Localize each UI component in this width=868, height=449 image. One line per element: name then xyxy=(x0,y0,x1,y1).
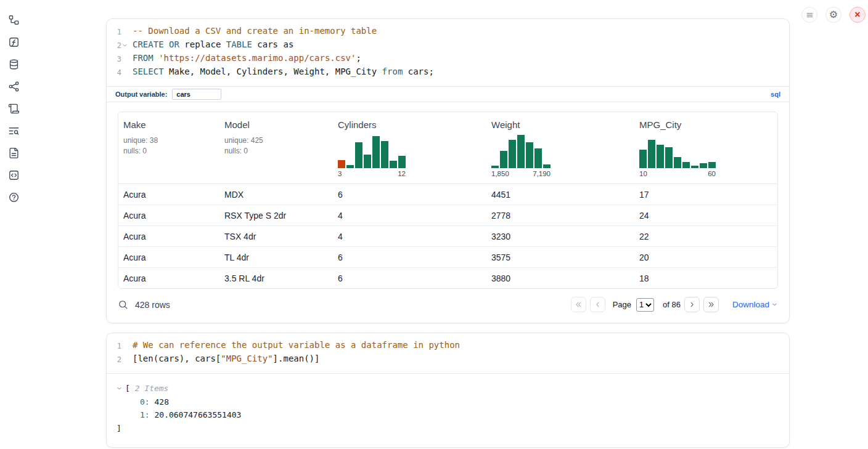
column-header[interactable]: Modelunique: 425nulls: 0 xyxy=(219,112,333,184)
tree-output: [ 2 Items0: 4281: 20.060747663551403] xyxy=(107,373,789,447)
fold-toggle-icon xyxy=(121,339,128,352)
download-button[interactable]: Download xyxy=(732,300,778,309)
table-cell: 18 xyxy=(634,268,777,288)
code-line-text: # We can reference the output variable a… xyxy=(128,339,460,352)
tree-line: 1: 20.060747663551403 xyxy=(117,408,779,422)
page-select[interactable]: 1 xyxy=(636,298,654,312)
code-line-text: [len(cars), cars["MPG_City"].mean()] xyxy=(128,352,319,366)
histogram-axis: 312 xyxy=(338,170,406,177)
column-name: MPG_City xyxy=(639,119,771,130)
histogram-bar xyxy=(346,165,354,168)
fold-toggle-icon[interactable] xyxy=(121,38,128,52)
file-tree-icon[interactable] xyxy=(7,13,20,26)
function-icon[interactable] xyxy=(7,35,20,49)
column-header[interactable]: Makeunique: 38nulls: 0 xyxy=(118,112,219,184)
histogram-bar xyxy=(491,166,499,168)
table-cell: 3575 xyxy=(486,247,634,267)
table-row: Acura3.5 RL 4dr6388018 xyxy=(118,268,777,288)
logs-icon[interactable] xyxy=(7,124,20,137)
table-cell: 3230 xyxy=(486,226,634,246)
settings-gear-icon[interactable]: ⚙ xyxy=(825,7,841,23)
column-header[interactable]: MPG_City1060 xyxy=(634,112,777,184)
column-stats: unique: 38nulls: 0 xyxy=(123,136,213,156)
table-row: AcuraMDX6445117 xyxy=(118,184,777,205)
page-total: of 86 xyxy=(663,300,681,309)
data-table: Makeunique: 38nulls: 0Modelunique: 425nu… xyxy=(118,111,778,289)
column-histogram: 312 xyxy=(338,136,406,177)
histogram-bar xyxy=(657,145,664,168)
histogram-bar xyxy=(398,156,406,168)
histogram-bar xyxy=(390,161,397,168)
histogram-bar xyxy=(509,140,516,168)
table-row: AcuraRSX Type S 2dr4277824 xyxy=(118,205,777,226)
sql-cell: 1-- Download a CSV and create an in-memo… xyxy=(106,18,790,323)
menu-icon[interactable] xyxy=(801,7,817,23)
table-cell: 24 xyxy=(634,205,777,225)
tree-line: 0: 428 xyxy=(117,395,779,409)
table-row: AcuraTL 4dr6357520 xyxy=(118,247,777,268)
sidebar xyxy=(0,0,27,449)
table-cell: 20 xyxy=(634,247,777,267)
fold-toggle-icon xyxy=(121,52,128,65)
table-cell: 17 xyxy=(634,184,777,204)
histogram-bar xyxy=(665,147,673,168)
table-cell: Acura xyxy=(118,184,219,204)
column-header[interactable]: Cylinders312 xyxy=(333,112,486,184)
collapse-toggle-icon[interactable] xyxy=(117,386,125,391)
topbar: ⚙ × xyxy=(801,7,866,23)
histogram-axis: 1060 xyxy=(639,170,716,177)
python-cell: 1# We can reference the output variable … xyxy=(106,333,790,448)
column-header[interactable]: Weight1,8507,190 xyxy=(486,112,634,184)
table-cell: 4 xyxy=(333,226,486,246)
documentation-icon[interactable] xyxy=(7,146,20,160)
column-name: Cylinders xyxy=(338,119,480,130)
code-line-text: SELECT Make, Model, Cylinders, Weight, M… xyxy=(128,65,434,79)
histogram-bar xyxy=(639,150,647,168)
histogram-bar xyxy=(674,157,681,168)
database-icon[interactable] xyxy=(7,57,20,71)
chevron-right-icon xyxy=(688,301,696,309)
table-row: AcuraTSX 4dr4323022 xyxy=(118,226,777,247)
code-line-text: CREATE OR replace TABLE cars as xyxy=(128,38,293,52)
table-cell: TSX 4dr xyxy=(219,226,333,246)
column-name: Weight xyxy=(491,119,628,130)
histogram-axis: 1,8507,190 xyxy=(491,170,551,177)
first-page-button[interactable] xyxy=(571,297,586,312)
chevron-down-icon xyxy=(771,301,778,308)
double-chevron-right-icon xyxy=(707,301,715,309)
histogram-bar xyxy=(338,160,345,168)
histogram-bar xyxy=(381,141,388,168)
tree-line: ] xyxy=(117,422,779,435)
snippets-icon[interactable] xyxy=(7,168,20,182)
language-badge: sql xyxy=(771,91,780,98)
histogram-bar xyxy=(534,148,542,168)
table-cell: 2778 xyxy=(486,205,634,225)
sql-code-editor[interactable]: 1-- Download a CSV and create an in-memo… xyxy=(107,19,789,86)
table-cell: 4451 xyxy=(486,184,634,204)
table-cell: Acura xyxy=(118,205,219,225)
help-icon[interactable] xyxy=(7,190,20,204)
search-icon[interactable] xyxy=(118,299,128,310)
histogram-bar xyxy=(648,140,655,168)
row-count: 428 rows xyxy=(135,300,170,310)
histogram-bar xyxy=(364,155,371,168)
next-page-button[interactable] xyxy=(684,297,700,312)
histogram-bar xyxy=(543,164,551,168)
scratchpad-icon[interactable] xyxy=(7,102,20,115)
output-variable-input[interactable] xyxy=(172,89,221,100)
output-variable-label: Output variable: xyxy=(115,91,167,98)
close-icon[interactable]: × xyxy=(850,7,866,23)
code-line-text: -- Download a CSV and create an in-memor… xyxy=(128,25,377,38)
table-cell: 22 xyxy=(634,226,777,246)
table-cell: 3880 xyxy=(486,268,634,288)
last-page-button[interactable] xyxy=(703,297,719,312)
python-code-editor[interactable]: 1# We can reference the output variable … xyxy=(107,333,789,373)
dependency-graph-icon[interactable] xyxy=(7,79,20,93)
column-stats: unique: 425nulls: 0 xyxy=(224,136,327,156)
table-header-row: Makeunique: 38nulls: 0Modelunique: 425nu… xyxy=(118,112,777,184)
prev-page-button[interactable] xyxy=(590,297,605,312)
line-number: 2 xyxy=(107,352,121,366)
chevron-left-icon xyxy=(594,301,602,309)
table-cell: 6 xyxy=(333,184,486,204)
histogram-bar xyxy=(355,142,362,168)
